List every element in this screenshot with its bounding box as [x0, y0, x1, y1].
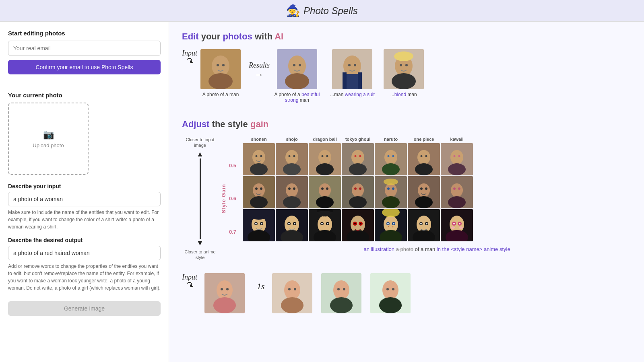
svg-point-164 — [343, 288, 345, 290]
axis-val-07: 0.7 — [229, 229, 236, 235]
title-adjust: Adjust — [182, 119, 209, 129]
svg-point-88 — [425, 187, 427, 190]
anime-caption: an illustration a photo of a man in the … — [243, 246, 631, 252]
describe-output-field[interactable] — [8, 246, 161, 260]
result-photo-3: ...blond man — [384, 49, 424, 97]
confirm-email-button[interactable]: Confirm your email to use Photo Spells — [8, 60, 161, 74]
svg-point-8 — [293, 64, 295, 66]
anime-cell-06-naruto — [375, 176, 407, 208]
svg-point-148 — [451, 226, 455, 229]
svg-point-70 — [316, 196, 334, 208]
anime-caption-hl: in the <style name> anime style — [437, 246, 510, 252]
svg-point-16 — [354, 64, 356, 66]
svg-point-30 — [283, 163, 301, 175]
anime-cell-07-shonen — [243, 209, 275, 241]
anime-cell-06-onepiece — [408, 176, 440, 208]
style-header-naruto: naruto — [375, 137, 407, 142]
svg-point-161 — [333, 280, 349, 300]
svg-point-169 — [392, 288, 394, 290]
svg-point-45 — [382, 163, 400, 175]
svg-point-67 — [293, 187, 295, 190]
svg-point-149 — [459, 226, 463, 229]
svg-point-47 — [392, 155, 394, 157]
svg-point-35 — [316, 163, 334, 175]
anime-row-05 — [243, 143, 631, 175]
svg-point-74 — [352, 183, 364, 197]
anime-cell-06-kawaii — [441, 176, 473, 208]
svg-point-52 — [425, 155, 427, 157]
svg-point-163 — [337, 288, 340, 290]
upload-photo-text: Upload photo — [33, 142, 64, 148]
svg-rect-14 — [358, 72, 362, 89]
svg-point-65 — [283, 196, 301, 208]
anime-cell-07-onepiece — [408, 209, 440, 241]
describe-input-field[interactable] — [8, 192, 161, 206]
svg-point-146 — [453, 223, 455, 224]
svg-point-166 — [382, 280, 398, 300]
anime-cell-07-dragonball — [309, 209, 341, 241]
svg-point-75 — [349, 196, 367, 208]
svg-point-82 — [387, 187, 390, 190]
right-panel: Edit your photos with AI Input ↷ — [169, 22, 644, 362]
email-input[interactable] — [8, 41, 161, 56]
svg-point-36 — [322, 155, 324, 157]
svg-point-27 — [260, 155, 262, 157]
svg-point-21 — [400, 64, 402, 66]
svg-point-29 — [285, 150, 298, 165]
anime-cell-06-dragonball — [309, 176, 341, 208]
title-your-photos: your — [201, 31, 223, 41]
svg-point-3 — [217, 64, 219, 66]
svg-point-157 — [281, 297, 303, 313]
axis-side-label: Style Gain — [221, 184, 227, 214]
svg-point-56 — [454, 155, 456, 157]
svg-point-46 — [388, 155, 390, 157]
svg-point-90 — [451, 183, 463, 197]
svg-point-93 — [458, 187, 460, 190]
svg-point-40 — [349, 163, 367, 175]
describe-output-hint: Add or remove words to change the proper… — [8, 263, 161, 292]
anime-cell-05-naruto — [375, 143, 407, 175]
style-header-tokyoghoul: tokyo ghoul — [342, 137, 374, 142]
axis-top-label: Closer to input image — [182, 137, 218, 148]
bottom-result-3 — [370, 273, 411, 313]
svg-point-64 — [286, 183, 298, 197]
svg-point-62 — [260, 187, 262, 190]
svg-point-19 — [394, 51, 413, 61]
title-ai: AI — [275, 31, 283, 41]
axis-val-06: 0.6 — [229, 195, 236, 202]
svg-point-31 — [289, 155, 291, 157]
svg-point-151 — [217, 280, 233, 300]
current-photo-label: Your current photo — [8, 92, 161, 99]
logo-text: Photo Spells — [303, 5, 358, 16]
svg-point-87 — [420, 187, 423, 190]
svg-point-156 — [284, 280, 300, 300]
svg-point-24 — [252, 150, 265, 165]
svg-point-54 — [450, 150, 463, 165]
svg-point-140 — [426, 223, 427, 224]
input-face-svg — [200, 49, 241, 89]
camera-icon: 📷 — [43, 130, 54, 140]
title-gain: gain — [250, 119, 268, 129]
svg-point-32 — [293, 155, 295, 157]
logo-icon: 🧙 — [286, 4, 300, 17]
adjust-title: Adjust the style gain — [182, 119, 631, 130]
svg-point-76 — [354, 187, 357, 190]
svg-point-7 — [285, 73, 309, 89]
result-photo-1: A photo of a beautiful strong man — [273, 49, 321, 103]
svg-point-167 — [379, 297, 402, 313]
anime-caption-pre: an illustration — [363, 246, 394, 252]
svg-point-86 — [415, 196, 433, 208]
svg-point-2 — [208, 73, 233, 89]
anime-cell-06-tokyoghoul — [342, 176, 374, 208]
svg-point-122 — [354, 223, 356, 224]
upload-photo-area[interactable]: 📷 Upload photo — [8, 103, 89, 175]
anime-cell-05-shonen — [243, 143, 275, 175]
svg-point-34 — [318, 150, 331, 165]
results-label: Results — [249, 61, 270, 70]
generate-image-button[interactable]: Generate Image — [8, 301, 161, 316]
svg-point-81 — [382, 196, 400, 208]
svg-point-57 — [458, 155, 460, 157]
svg-point-51 — [421, 155, 423, 157]
title-photos: photos — [223, 31, 252, 41]
svg-point-72 — [326, 187, 328, 190]
